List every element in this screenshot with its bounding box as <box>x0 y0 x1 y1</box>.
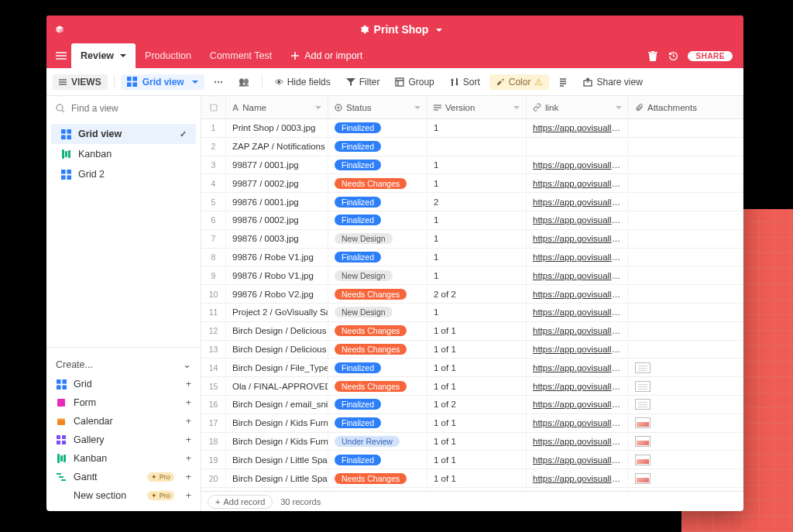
cell-status[interactable]: Finalized <box>328 193 427 211</box>
link-value[interactable]: https://app.govisually.com/... <box>533 215 622 225</box>
cell-status[interactable]: Needs Changes <box>328 377 427 395</box>
link-value[interactable]: https://app.govisually.com/... <box>533 307 622 317</box>
attachment-thumbnail[interactable] <box>635 399 651 410</box>
attachment-thumbnail[interactable] <box>635 473 651 484</box>
cell-link[interactable]: https://app.govisually.com/... <box>527 304 629 321</box>
chevron-down-icon[interactable] <box>411 103 421 112</box>
cell-link[interactable]: https://app.govisually.com/... <box>527 249 629 266</box>
create-kanban[interactable]: Kanban+ <box>46 449 201 468</box>
cell-version[interactable]: 1 of 1 <box>427 341 527 359</box>
cell-link[interactable]: https://app.govisually.com/... <box>527 341 629 359</box>
search-input[interactable] <box>71 103 191 114</box>
attachment-thumbnail[interactable] <box>635 381 651 392</box>
view-search[interactable] <box>46 96 201 121</box>
cell-name[interactable]: 99876 / 0001.jpg <box>226 193 328 211</box>
group-button[interactable]: Group <box>389 74 440 90</box>
cell-link[interactable]: https://app.govisually.com/... <box>527 433 629 451</box>
cell-attachments[interactable] <box>629 304 743 321</box>
attachment-thumbnail[interactable] <box>635 436 651 447</box>
cell-attachments[interactable] <box>629 156 743 174</box>
cell-version[interactable]: 1 <box>427 174 527 192</box>
link-value[interactable]: https://app.govisually.com/... <box>533 418 622 427</box>
title-caret-icon[interactable] <box>433 23 442 36</box>
tab-comment-test[interactable]: Comment Test <box>201 43 281 68</box>
table-row[interactable]: 18Birch Design / Kids Furnitur...Under R… <box>201 433 743 451</box>
cell-link[interactable]: https://app.govisually.com/... <box>527 451 629 469</box>
cell-link[interactable]: https://app.govisually.com/... <box>527 414 629 432</box>
cell-status[interactable]: Finalized <box>328 451 427 469</box>
cell-attachments[interactable] <box>629 433 743 451</box>
cell-attachments[interactable] <box>629 414 743 432</box>
sidebar-view-grid-view[interactable]: Grid view✓ <box>51 124 196 144</box>
tab-review[interactable]: Review <box>71 43 136 68</box>
cell-version[interactable]: 1 of 1 <box>427 359 527 376</box>
table-row[interactable]: 14Birch Design / File_Type_ERRFinalized1… <box>201 359 743 377</box>
cell-link[interactable]: https://app.govisually.com/... <box>527 230 629 248</box>
cell-name[interactable]: Birch Design / Delicious <box>226 322 328 340</box>
attachment-thumbnail[interactable] <box>635 417 651 428</box>
sidebar-view-grid-2[interactable]: Grid 2 <box>51 164 196 184</box>
cell-name[interactable]: 99876 / Robe V1.jpg <box>226 249 328 266</box>
cell-attachments[interactable] <box>629 396 743 414</box>
row-height-button[interactable] <box>552 75 574 89</box>
cell-version[interactable]: 1 of 1 <box>427 377 527 395</box>
cell-name[interactable]: Birch Design / Little Spaces... <box>226 469 328 487</box>
cell-attachments[interactable] <box>629 138 743 156</box>
grid-rows[interactable]: 1Print Shop / 0003.jpgFinalized1https://… <box>201 119 743 491</box>
cell-name[interactable]: 99876 / 0002.jpg <box>226 211 328 229</box>
table-row[interactable]: 17Birch Design / Kids Furnitur...Finaliz… <box>201 414 743 433</box>
cell-name[interactable]: 99876 / Robo V1.jpg <box>226 266 328 284</box>
table-row[interactable]: 999876 / Robo V1.jpgNew Design1https://a… <box>201 266 743 285</box>
cell-status[interactable]: Needs Changes <box>328 322 427 340</box>
cell-attachments[interactable] <box>629 377 743 395</box>
link-value[interactable]: https://app.govisually.com/... <box>533 234 622 243</box>
cell-name[interactable]: Birch Design / File_Type_ERR <box>226 359 328 376</box>
views-toggle[interactable]: VIEWS <box>53 74 108 90</box>
cell-name[interactable]: Birch Design / Little Spaces... <box>226 451 328 469</box>
table-row[interactable]: 11Project 2 / GoVisually Sales...New Des… <box>201 304 743 322</box>
cell-name[interactable]: 99877 / 0002.jpg <box>226 174 328 192</box>
cell-version[interactable]: 1 of 1 <box>427 451 527 469</box>
col-header-status[interactable]: Status <box>328 96 427 118</box>
add-or-import-button[interactable]: Add or import <box>283 43 370 68</box>
cell-attachments[interactable] <box>629 119 743 137</box>
menu-icon[interactable] <box>53 43 70 68</box>
col-header-attachments[interactable]: Attachments <box>629 96 743 118</box>
view-selector[interactable]: Grid view <box>121 74 204 90</box>
cell-link[interactable]: https://app.govisually.com/... <box>527 119 629 137</box>
cell-attachments[interactable] <box>629 211 743 229</box>
cell-status[interactable]: Needs Changes <box>328 174 427 192</box>
cell-link[interactable]: https://app.govisually.com/... <box>527 174 629 192</box>
cell-version[interactable]: 1 <box>427 119 527 137</box>
cell-name[interactable]: Project 2 / GoVisually Sales... <box>226 304 328 321</box>
cell-version[interactable] <box>427 138 527 156</box>
cell-name[interactable]: ZAP ZAP / Notifications <box>226 138 328 156</box>
create-section-header[interactable]: Create... ⌄ <box>46 354 201 375</box>
table-row[interactable]: 599876 / 0001.jpgFinalized2https://app.g… <box>201 193 743 211</box>
cell-attachments[interactable] <box>629 193 743 211</box>
add-record-button[interactable]: + Add record <box>208 495 273 509</box>
cell-name[interactable]: 99876 / 0003.jpg <box>226 230 328 248</box>
table-row[interactable]: 899876 / Robe V1.jpgFinalized1https://ap… <box>201 249 743 267</box>
cell-link[interactable]: https://app.govisually.com/... <box>527 469 629 487</box>
cell-attachments[interactable] <box>629 285 743 303</box>
cell-attachments[interactable] <box>629 341 743 359</box>
cell-status[interactable]: New Design <box>328 304 427 321</box>
cell-status[interactable]: Finalized <box>328 138 427 156</box>
link-value[interactable]: https://app.govisually.com/... <box>533 363 622 372</box>
cell-link[interactable]: https://app.govisually.com/... <box>527 211 629 229</box>
chevron-down-icon[interactable] <box>510 103 520 112</box>
table-row[interactable]: 2ZAP ZAP / NotificationsFinalized <box>201 138 743 156</box>
cell-link[interactable]: https://app.govisually.com/... <box>527 156 629 174</box>
sidebar-view-kanban[interactable]: Kanban <box>51 144 196 164</box>
cell-name[interactable]: Birch Design / Delicious <box>226 341 328 359</box>
link-value[interactable]: https://app.govisually.com/... <box>533 437 622 446</box>
cell-name[interactable]: Birch Design / email_snip.... <box>226 396 328 414</box>
link-value[interactable]: https://app.govisually.com/... <box>533 123 622 132</box>
link-value[interactable]: https://app.govisually.com/... <box>533 197 622 207</box>
cell-version[interactable]: 1 <box>427 266 527 284</box>
link-value[interactable]: https://app.govisually.com/... <box>533 400 622 409</box>
link-value[interactable]: https://app.govisually.com/... <box>533 271 622 280</box>
cell-status[interactable]: Finalized <box>328 119 427 137</box>
chevron-down-icon[interactable] <box>312 103 321 112</box>
